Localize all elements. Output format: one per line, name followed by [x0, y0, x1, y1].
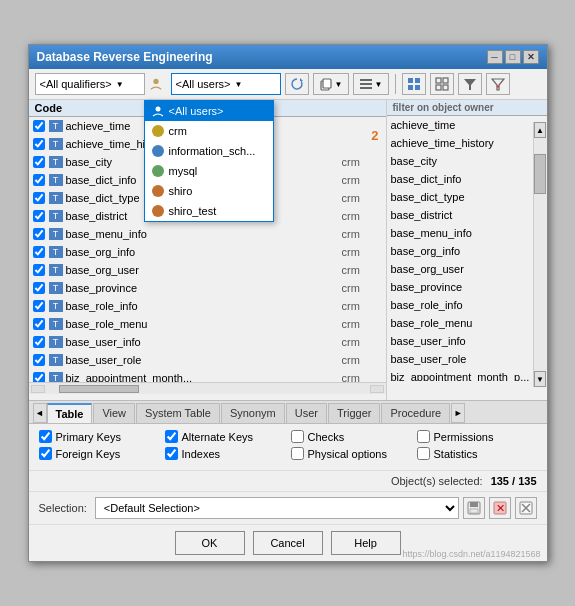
physical-options-checkbox[interactable] [291, 447, 304, 460]
filter-button[interactable] [458, 73, 482, 95]
table-checkbox[interactable] [33, 300, 45, 312]
permissions-checkbox[interactable] [417, 430, 430, 443]
dropdown-item-mysql[interactable]: mysql [145, 161, 273, 181]
tools-dropdown-button[interactable]: ▼ [353, 73, 389, 95]
table-owner: crm [342, 156, 382, 168]
tab-table[interactable]: Table [47, 403, 93, 423]
user-dropdown[interactable]: <All users> ▼ [171, 73, 281, 95]
advanced-filter-button[interactable]: * [486, 73, 510, 95]
scroll-up-button[interactable]: ▲ [534, 122, 546, 138]
svg-rect-10 [415, 85, 420, 90]
indexes-checkbox[interactable] [165, 447, 178, 460]
foreign-keys-option[interactable]: Foreign Keys [39, 447, 149, 460]
dropdown-item-shiro-test[interactable]: shiro_test [145, 201, 273, 221]
table-checkbox[interactable] [33, 354, 45, 366]
tab-nav-right[interactable]: ► [451, 403, 465, 423]
table-row[interactable]: T base_user_info crm [29, 333, 386, 351]
close-button[interactable]: ✕ [523, 50, 539, 64]
indexes-option[interactable]: Indexes [165, 447, 275, 460]
qualifier-dropdown[interactable]: <All qualifiers> ▼ [35, 73, 145, 95]
table-checkbox[interactable] [33, 120, 45, 132]
tab-view[interactable]: View [93, 403, 135, 423]
primary-keys-checkbox[interactable] [39, 430, 52, 443]
maximize-button[interactable]: □ [505, 50, 521, 64]
table-name: base_org_user [66, 264, 342, 276]
right-row-name: base_dict_type [391, 191, 543, 203]
table-checkbox[interactable] [33, 174, 45, 186]
cancel-button[interactable]: Cancel [253, 531, 323, 555]
table-checkbox[interactable] [33, 156, 45, 168]
table-checkbox[interactable] [33, 192, 45, 204]
horizontal-scrollbar[interactable] [29, 382, 386, 394]
table-row[interactable]: T base_user_role crm [29, 351, 386, 369]
table-checkbox[interactable] [33, 228, 45, 240]
table-checkbox[interactable] [33, 372, 45, 382]
statistics-option[interactable]: Statistics [417, 447, 527, 460]
table-row[interactable]: T base_role_info crm [29, 297, 386, 315]
table-checkbox[interactable] [33, 282, 45, 294]
primary-keys-option[interactable]: Primary Keys [39, 430, 149, 443]
table-checkbox[interactable] [33, 336, 45, 348]
deselect-all-button[interactable] [430, 73, 454, 95]
all-users-icon [151, 104, 165, 118]
checks-option[interactable]: Checks [291, 430, 401, 443]
table-row[interactable]: T base_role_menu crm [29, 315, 386, 333]
dropdown-item-shiro[interactable]: shiro [145, 181, 273, 201]
tab-nav-left[interactable]: ◄ [33, 403, 47, 423]
refresh-button[interactable] [285, 73, 309, 95]
table-row[interactable]: T base_province crm [29, 279, 386, 297]
table-row[interactable]: T base_org_user crm [29, 261, 386, 279]
table-checkbox[interactable] [33, 246, 45, 258]
dropdown-item-information-schema[interactable]: information_sch... [145, 141, 273, 161]
selection-save-button[interactable] [463, 497, 485, 519]
ok-button[interactable]: OK [175, 531, 245, 555]
physical-options-option[interactable]: Physical options [291, 447, 401, 460]
physical-options-label: Physical options [308, 448, 388, 460]
scroll-thumb[interactable] [534, 154, 546, 194]
table-checkbox[interactable] [33, 138, 45, 150]
select-all-button[interactable] [402, 73, 426, 95]
watermark: https://blog.csdn.net/a1194821568 [402, 549, 540, 559]
right-row: base_province [387, 278, 547, 296]
svg-text:✕: ✕ [495, 502, 504, 514]
minimize-button[interactable]: ─ [487, 50, 503, 64]
selection-dropdown[interactable]: <Default Selection> [95, 497, 459, 519]
copy-dropdown-button[interactable]: ▼ [313, 73, 349, 95]
table-checkbox[interactable] [33, 264, 45, 276]
dropdown-item-crm[interactable]: crm [145, 121, 273, 141]
table-checkbox[interactable] [33, 318, 45, 330]
user-dropdown-list: <All users> crm information_sch... mysql… [144, 100, 274, 222]
checks-checkbox[interactable] [291, 430, 304, 443]
table-row[interactable]: T base_menu_info crm [29, 225, 386, 243]
table-owner: crm [342, 228, 382, 240]
permissions-option[interactable]: Permissions [417, 430, 527, 443]
statistics-checkbox[interactable] [417, 447, 430, 460]
tools-arrow-icon: ▼ [375, 80, 383, 89]
shiro-icon [151, 184, 165, 198]
svg-rect-20 [470, 502, 478, 507]
table-row[interactable]: T base_org_info crm [29, 243, 386, 261]
selection-clear-button[interactable] [515, 497, 537, 519]
vertical-scrollbar[interactable]: ▲ ▼ [533, 122, 547, 387]
dropdown-item-all-users[interactable]: <All users> [145, 101, 273, 121]
alternate-keys-checkbox[interactable] [165, 430, 178, 443]
h-scroll-thumb[interactable] [59, 385, 139, 393]
selection-delete-button[interactable]: ✕ [489, 497, 511, 519]
tab-user[interactable]: User [286, 403, 327, 423]
tab-system-table[interactable]: System Table [136, 403, 220, 423]
table-icon: T [49, 372, 63, 382]
svg-rect-21 [470, 509, 478, 513]
help-button[interactable]: Help [331, 531, 401, 555]
right-row: base_org_info [387, 242, 547, 260]
tab-trigger[interactable]: Trigger [328, 403, 380, 423]
tab-procedure[interactable]: Procedure [381, 403, 450, 423]
table-row[interactable]: T biz_appointment_month... crm [29, 369, 386, 382]
tab-synonym[interactable]: Synonym [221, 403, 285, 423]
alternate-keys-option[interactable]: Alternate Keys [165, 430, 275, 443]
table-icon: T [49, 300, 63, 312]
right-row: base_org_user [387, 260, 547, 278]
table-checkbox[interactable] [33, 210, 45, 222]
foreign-keys-checkbox[interactable] [39, 447, 52, 460]
scroll-down-button[interactable]: ▼ [534, 371, 546, 387]
svg-rect-3 [323, 79, 331, 88]
